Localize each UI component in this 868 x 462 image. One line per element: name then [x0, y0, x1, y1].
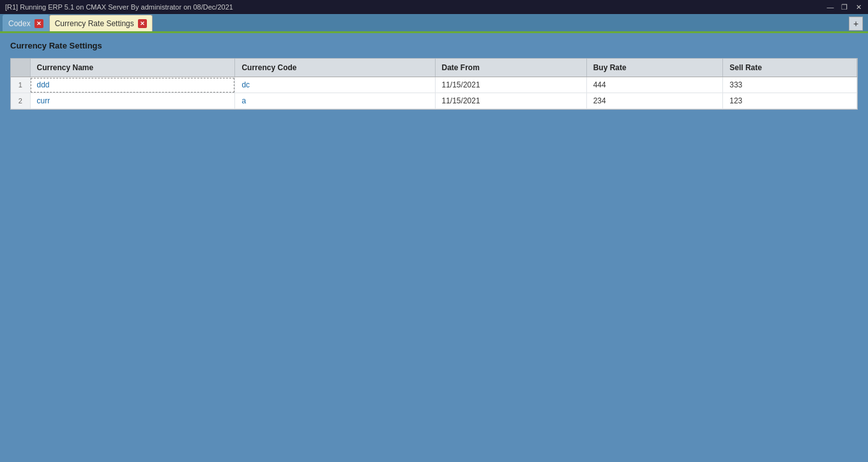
row-num-cell: 1: [11, 77, 30, 93]
page-title: Currency Rate Settings: [10, 41, 858, 50]
page-panel: Currency Rate Settings Currency Name Cur…: [0, 33, 868, 117]
currency-rate-table: Currency Name Currency Code Date From Bu…: [11, 59, 857, 109]
col-header-date-from: Date From: [435, 59, 586, 77]
title-bar: [R1] Running ERP 5.1 on CMAX Server By a…: [0, 0, 868, 14]
sell-rate-cell: 123: [723, 93, 857, 109]
tab-currency-rate-settings[interactable]: Currency Rate Settings ✕: [49, 15, 153, 31]
buy-rate-cell: 234: [586, 93, 723, 109]
col-header-currency-code: Currency Code: [235, 59, 435, 77]
date-from-cell: 11/15/2021: [435, 93, 586, 109]
tab-bar: Codex ✕ Currency Rate Settings ✕ +: [0, 14, 868, 33]
content-area: Currency Rate Settings Currency Name Cur…: [0, 33, 868, 117]
minimize-button[interactable]: —: [826, 3, 835, 11]
col-header-buy-rate: Buy Rate: [586, 59, 723, 77]
tab-add-button[interactable]: +: [849, 17, 863, 31]
date-from-cell: 11/15/2021: [435, 77, 586, 93]
data-table-wrapper: Currency Name Currency Code Date From Bu…: [10, 58, 858, 110]
col-header-sell-rate: Sell Rate: [723, 59, 857, 77]
col-header-rownum: [11, 59, 30, 77]
currency-name-cell[interactable]: curr: [30, 93, 235, 109]
title-bar-text: [R1] Running ERP 5.1 on CMAX Server By a…: [5, 3, 233, 11]
currency-name-cell[interactable]: ddd: [30, 77, 235, 93]
table-row[interactable]: 2curra11/15/2021234123: [11, 93, 857, 109]
buy-rate-cell: 444: [586, 77, 723, 93]
sell-rate-cell: 333: [723, 77, 857, 93]
table-row[interactable]: 1ddddc11/15/2021444333: [11, 77, 857, 93]
tab-codex-close[interactable]: ✕: [34, 19, 43, 28]
maximize-button[interactable]: ❐: [840, 3, 849, 11]
currency-code-cell[interactable]: a: [235, 93, 435, 109]
tab-codex-label: Codex: [8, 19, 31, 28]
col-header-currency-name: Currency Name: [30, 59, 235, 77]
tab-codex[interactable]: Codex ✕: [3, 15, 49, 31]
close-button[interactable]: ✕: [854, 3, 863, 11]
currency-code-cell[interactable]: dc: [235, 77, 435, 93]
table-header-row: Currency Name Currency Code Date From Bu…: [11, 59, 857, 77]
tab-currency-label: Currency Rate Settings: [55, 19, 134, 28]
row-num-cell: 2: [11, 93, 30, 109]
tab-currency-close[interactable]: ✕: [138, 19, 147, 28]
